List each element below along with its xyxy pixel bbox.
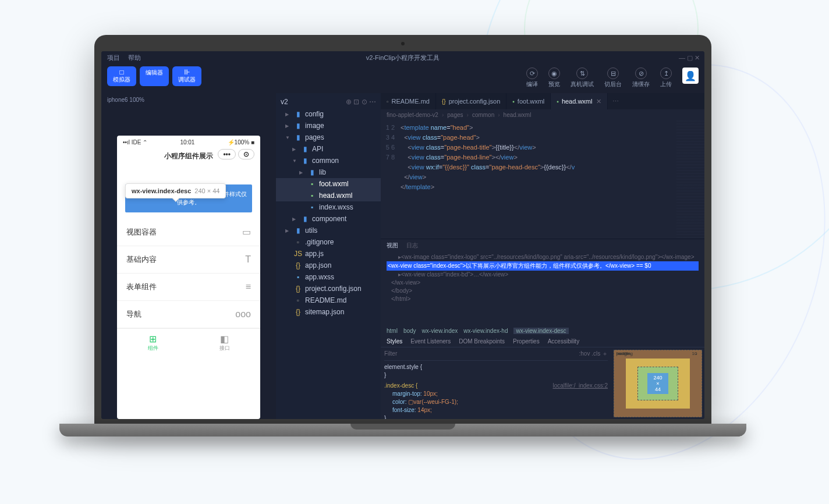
toolbar-action[interactable]: ⟳编译: [526, 68, 538, 88]
editor-tab[interactable]: ▪head.wxml✕: [551, 93, 608, 109]
tree-item[interactable]: ▶▮API: [276, 143, 381, 155]
toolbar-debugger[interactable]: ⊪调试器: [172, 66, 201, 86]
window-controls[interactable]: — ▢ ✕: [679, 54, 700, 62]
window-title: v2-FinClip小程序开发工具: [366, 54, 440, 62]
phone-frame: ••ıl IDE ⌃ 10:01 ⚡100% ■ 小程序组件展示 ••• ⊙: [117, 136, 260, 419]
editor-tab[interactable]: {}project.config.json: [436, 93, 506, 109]
styles-toggles[interactable]: :hov .cls ＋: [579, 350, 608, 358]
app-title: 小程序组件展示: [164, 152, 213, 160]
devtools-subtab[interactable]: Accessibility: [548, 338, 579, 345]
tree-item[interactable]: ▶▮image: [276, 120, 381, 132]
list-item[interactable]: 导航ooo: [117, 301, 260, 328]
devtools: 视图 日志 ▸<wx-image class="index-logo" src=…: [381, 239, 704, 419]
devtools-tab-view[interactable]: 视图: [387, 242, 398, 250]
tree-item[interactable]: ▪index.wxss: [276, 201, 381, 213]
breadcrumb[interactable]: fino-applet-demo-v2›pages›common›head.wx…: [381, 109, 704, 120]
tree-item[interactable]: ▶▮lib: [276, 166, 381, 178]
toolbar-simulator[interactable]: □模拟器: [107, 66, 136, 86]
status-time: 10:01: [180, 139, 194, 145]
tree-item[interactable]: JSapp.js: [276, 248, 381, 260]
editor-tab[interactable]: ▪foot.wxml: [506, 93, 551, 109]
tree-item[interactable]: {}project.config.json: [276, 283, 381, 294]
tree-item[interactable]: {}sitemap.json: [276, 306, 381, 318]
toolbar-action[interactable]: ⊟切后台: [604, 68, 622, 88]
file-explorer: v2 ⊕ ⊡ ⊙ ⋯ ▶▮config▶▮image▼▮pages▶▮API▼▮…: [276, 93, 381, 419]
list-item[interactable]: 基础内容T: [117, 246, 260, 274]
tree-item[interactable]: ▼▮pages: [276, 132, 381, 143]
tree-item[interactable]: ▪app.wxss: [276, 271, 381, 283]
editor-tabbar: ▫README.md{}project.config.json▪foot.wxm…: [381, 93, 704, 109]
status-signal: ••ıl IDE ⌃: [123, 139, 147, 145]
tree-item[interactable]: ▶▮component: [276, 213, 381, 225]
list-item[interactable]: 表单组件≡: [117, 274, 260, 301]
tree-item[interactable]: ▶▮utils: [276, 225, 381, 236]
camera-dot: [401, 42, 405, 45]
devtools-subtab[interactable]: Properties: [513, 338, 540, 345]
devtools-subtab[interactable]: DOM Breakpoints: [459, 338, 505, 345]
toolbar-action[interactable]: ⇅真机调试: [571, 68, 594, 88]
capsule-close[interactable]: ⊙: [238, 149, 254, 159]
styles-filter[interactable]: Filter: [384, 350, 397, 358]
explorer-actions[interactable]: ⊕ ⊡ ⊙ ⋯: [346, 98, 376, 106]
simulator-device[interactable]: iphone6 100%: [101, 93, 276, 107]
code-editor[interactable]: 1 2 3 4 5 6 7 8 <template name="head"> <…: [381, 120, 704, 239]
menu-project[interactable]: 项目: [107, 54, 120, 62]
simulator-panel: iphone6 100% ••ıl IDE ⌃ 10:01 ⚡100% ■ 小程…: [101, 93, 276, 419]
toolbar-action[interactable]: ◉预览: [548, 68, 560, 88]
toolbar-action[interactable]: ⊘清缓存: [632, 68, 650, 88]
minimap[interactable]: [676, 120, 704, 239]
toolbar: □模拟器编辑器⊪调试器 ⟳编译◉预览⇅真机调试⊟切后台⊘清缓存↥上传👤: [101, 64, 704, 93]
avatar[interactable]: 👤: [682, 68, 699, 84]
tree-item[interactable]: ▶▮config: [276, 108, 381, 120]
elements-panel[interactable]: ▸<wx-image class="index-logo" src="../re…: [381, 252, 704, 326]
devtools-subtab[interactable]: Styles: [387, 338, 402, 345]
toolbar-action[interactable]: ↥上传: [660, 68, 672, 88]
tree-item[interactable]: {}app.json: [276, 260, 381, 271]
selected-element: <wx-view class="index-desc">以下将展示小程序官方组件…: [387, 261, 699, 271]
toolbar-editor[interactable]: 编辑器: [140, 66, 169, 86]
status-battery: ⚡100% ■: [228, 139, 254, 145]
inspector-tooltip: wx-view.index-desc240 × 44: [125, 183, 226, 198]
editor-tab[interactable]: ▫README.md: [381, 93, 436, 109]
menubar: 项目 帮助 v2-FinClip小程序开发工具 — ▢ ✕: [101, 51, 704, 64]
devtools-subtab[interactable]: Event Listeners: [410, 338, 451, 345]
tree-item[interactable]: ▪head.wxml: [276, 190, 381, 201]
styles-panel[interactable]: Filter :hov .cls ＋ element.style {} loca…: [381, 347, 611, 419]
capsule-more[interactable]: •••: [218, 149, 236, 159]
project-root[interactable]: v2: [281, 98, 288, 106]
list-item[interactable]: 视图容器▭: [117, 218, 260, 246]
tree-item[interactable]: ▫.gitignore: [276, 236, 381, 248]
tab-overflow[interactable]: ⋯: [608, 93, 623, 109]
box-model: margin 10 border - padding -: [611, 347, 704, 419]
devtools-tab-log[interactable]: 日志: [406, 242, 418, 250]
tree-item[interactable]: ▫README.md: [276, 294, 381, 306]
tree-item[interactable]: ▪foot.wxml: [276, 178, 381, 190]
tabbar-item[interactable]: ◧接口: [189, 329, 260, 354]
tabbar-item[interactable]: ⊞组件: [117, 329, 189, 354]
menu-help[interactable]: 帮助: [128, 54, 141, 62]
laptop-frame: 项目 帮助 v2-FinClip小程序开发工具 — ▢ ✕ □模拟器编辑器⊪调试…: [94, 35, 711, 436]
elements-breadcrumb[interactable]: htmlbodywx-view.indexwx-view.index-hdwx-…: [381, 326, 704, 336]
tree-item[interactable]: ▼▮common: [276, 155, 381, 166]
